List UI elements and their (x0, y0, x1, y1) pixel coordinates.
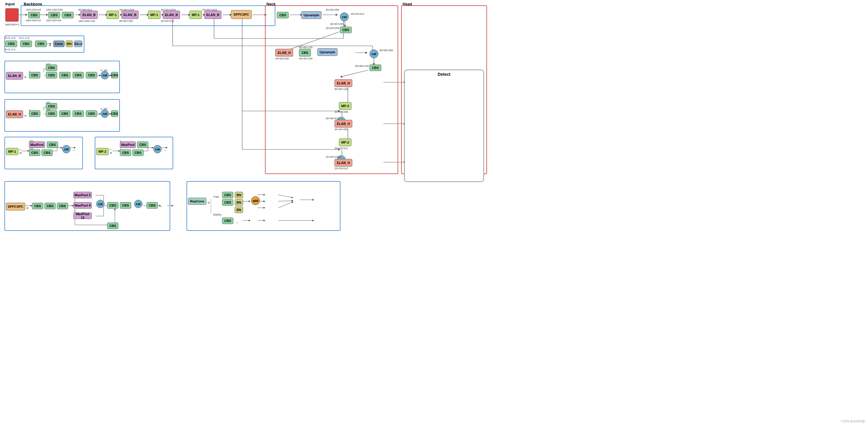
elanb-cbs5: CBS (86, 72, 97, 78)
sppcspc-cbs-final: CBS (147, 202, 158, 209)
sppcspc-cbs3: CBS (57, 203, 68, 209)
repconv-train-bn1: BN (235, 192, 243, 198)
dim-cbs2-bot: 320×320×64 (46, 19, 61, 22)
elabh-label: ELAB_H (6, 110, 23, 118)
dim-cbs2-top: 160×160×256 (46, 8, 63, 11)
neck-cbs4: CBS (369, 65, 381, 71)
dim-elan2-top: 40×40×1024 (119, 8, 134, 11)
mp1-cat: cat (62, 145, 70, 153)
repconv-eq: = (208, 200, 210, 205)
neck-mp2-2: MP-2 (339, 138, 351, 146)
repconv-train-bn2: BN (235, 199, 243, 206)
neck-elabh4-dim: 20×20×512 (335, 167, 348, 170)
elanb-cat: cat (101, 71, 109, 79)
sppcspc-mp5: MaxPool 5 (73, 192, 92, 198)
neck-cat3-dim: 40×40×512 (326, 117, 339, 120)
backbone-elan3: ELAN_B (163, 11, 180, 19)
elanb-cbs-out: CBS (111, 72, 118, 78)
sppcspc-cbs1: CBS (32, 203, 43, 209)
backbone-cbs1: CBS (28, 12, 40, 18)
cbs-eq: = (49, 43, 51, 47)
sppcspc-cbs-skip: CBS (107, 223, 118, 229)
elanb-eq: = (24, 75, 27, 79)
sppcspc-eq: = (26, 206, 29, 210)
mp2-maxpool: MaxPool (120, 141, 136, 148)
elabh-cat: cat (101, 109, 109, 118)
dim-elan3-bot: 40×40×512 (161, 20, 174, 23)
neck-dim1: 40×40×256 (326, 8, 339, 11)
mp1-c: c (20, 148, 21, 151)
neck-border (265, 5, 398, 174)
watermark: CSDN 参初初初夏 (841, 419, 865, 424)
cbs-k1: k=3, s=2 (5, 36, 16, 39)
mp2-eq: = (110, 151, 112, 155)
neck-elabh2-dim: 80×80×128 (335, 88, 348, 91)
mp1-arr: → (72, 148, 75, 153)
elanb-cbs3: CBS (59, 72, 70, 78)
sppcspc-mp9: MaxPool 9 (73, 202, 92, 209)
mp1-eq: = (20, 151, 22, 155)
dim-elan1-bot: 160×160×128 (79, 20, 95, 23)
elabh-cbs4: CBS (72, 110, 84, 117)
dim-elan1-top: 80×80×512 (79, 8, 92, 11)
neck-cat1: cat (340, 12, 349, 21)
backbone-elan4: ELAN_B (204, 11, 221, 19)
elabh-c: c (29, 108, 30, 111)
sppcspc-arr: → (159, 204, 163, 209)
neck-cbs3: CBS (299, 49, 311, 57)
neck-cat4-dim: 20×20×1024 (326, 155, 341, 158)
dim-elan2-bot: 80×80×256 (119, 20, 133, 23)
neck-cat2-dim: 80×80×256 (379, 49, 393, 52)
elabh-cbs1: CBS (29, 110, 40, 117)
mp2-label: MP-2 (96, 148, 108, 155)
backbone-cbs2: CBS (48, 12, 60, 18)
input-block (5, 8, 19, 22)
neck-dim1b: 40×40×512 (351, 12, 365, 15)
neck-cbs4-dim: 80×80×128 (355, 65, 369, 67)
neck-upsample2: Upsample (317, 48, 338, 56)
sppcspc-cat1: cat (96, 200, 104, 208)
neck-cbs1: CBS (277, 12, 289, 18)
neck-elabh2: ELAB_H (335, 79, 352, 87)
cbs-k3: k=3, s=1 (5, 48, 16, 51)
repconv-detail-border (187, 181, 340, 231)
neck-elabh3: ELAB_H (335, 120, 352, 128)
neck-elabh3-dim: 40×40×256 (335, 128, 348, 131)
mp1-c2: c//2 (29, 140, 33, 143)
dim-elan3-top: 20×20×1024 (161, 8, 176, 11)
neck-cbs3-dim-top: 80×80×128 (299, 46, 313, 49)
mp2-cbs1: CBS (120, 150, 131, 156)
backbone-mp1-2: MP-1 (148, 11, 160, 19)
dim-elan4-top: 20×20×1024 (202, 8, 217, 11)
elabh-eout: e_out (101, 107, 107, 110)
neck-cbs3-dim-bot: 40×40×128 (299, 57, 313, 60)
neck-mp2-1-dim: 40×40×256 (335, 110, 348, 113)
elanb-e2: c//2 (46, 63, 50, 66)
repconv-label: RepConv (188, 198, 206, 205)
elabh-c4: c//4 (46, 108, 50, 111)
cbs-detail-cbs2: CBS (20, 40, 32, 47)
neck-cbs2: CBS (340, 27, 352, 33)
neck-dim-cbs2: 20×20×256 (326, 27, 339, 30)
detect-box: Detect (404, 70, 484, 182)
elabh-cbs3: CBS (59, 110, 70, 117)
elanb-cbs2: CBS (46, 72, 57, 78)
mp1-cbs2: CBS (41, 150, 53, 156)
cbs-detail-silu: SiLU (74, 40, 82, 47)
sppcspc-mp13: MaxPool 13 (73, 212, 92, 219)
repconv-add: add (251, 196, 260, 205)
cbs-detail-conv: Conv (53, 40, 65, 47)
mp1-cbs-top: CBS (47, 141, 58, 148)
neck-cat2: cat (369, 50, 378, 58)
repconv-deploy: Deploy (213, 213, 221, 216)
neck-elabh4: ELAB_H (335, 159, 352, 167)
repconv-deploy-cbs: CBS (222, 218, 233, 224)
mp2-c2: c (120, 140, 121, 143)
neck-elabh1-dim: 40×40×256 (275, 57, 289, 60)
cbs-k2: k=1, s=1 (19, 36, 30, 39)
elabh-eq: = (24, 113, 27, 118)
cbs-detail-cbs1: CBS (5, 40, 17, 47)
elanb-c: c (29, 70, 30, 73)
backbone-elan1: ELAN_B (81, 11, 98, 19)
diagram-container: Input Backbone Neck Head CBS CBS CBS ELA… (0, 0, 868, 425)
